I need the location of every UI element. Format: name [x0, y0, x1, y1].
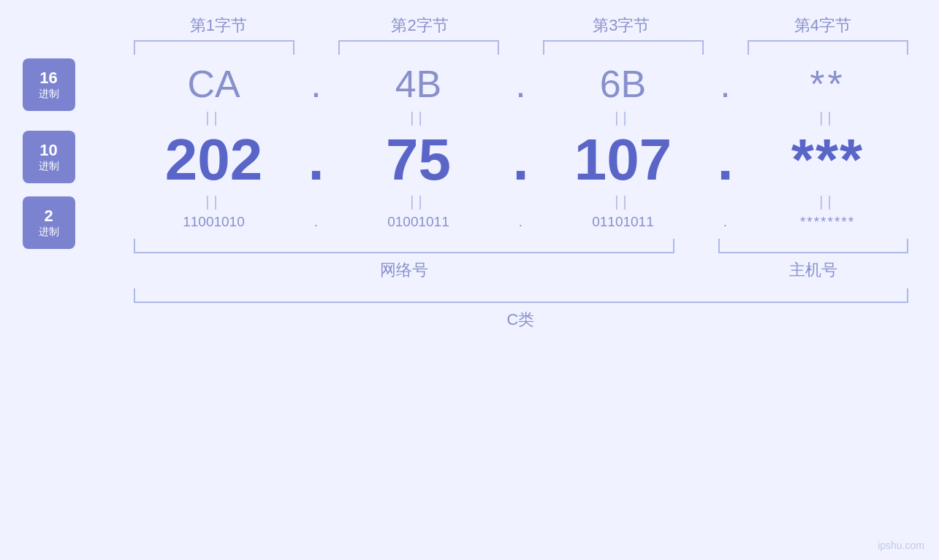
- eq1-b2: ||: [338, 110, 499, 126]
- hex-dot3: .: [704, 62, 748, 106]
- hex-b1: CA: [134, 62, 294, 106]
- dec-b3: 107: [543, 126, 704, 193]
- col1-header: 第1字节: [138, 15, 299, 37]
- net-bracket: [134, 239, 674, 253]
- eq1-b1: ||: [134, 110, 294, 126]
- bracket-col3: [543, 40, 704, 55]
- hex-badge: 16 进制: [23, 58, 75, 111]
- net-label: 网络号: [134, 259, 674, 281]
- col3-header: 第3字节: [541, 15, 702, 37]
- col2-header: 第2字节: [340, 15, 501, 37]
- bottom-brackets: 网络号 主机号: [134, 239, 908, 281]
- hex-dot1: .: [294, 62, 338, 106]
- eq2-b3: ||: [543, 193, 704, 210]
- class-label: C类: [134, 309, 908, 331]
- hex-b2: 4B: [338, 62, 499, 106]
- bin-row: 2 进制 11001010 . 01001011 . 01101011 . **…: [134, 214, 908, 230]
- eq2-b2: ||: [338, 193, 499, 210]
- class-bracket-line: [134, 288, 908, 303]
- dec-badge: 10 进制: [23, 131, 75, 183]
- dec-b2: 75: [338, 126, 499, 193]
- bin-dot1: .: [294, 214, 338, 230]
- dec-dot1: .: [294, 126, 338, 193]
- bin-badge: 2 进制: [23, 196, 75, 249]
- eq2-b1: ||: [134, 193, 294, 210]
- class-bracket: C类: [134, 288, 908, 331]
- hex-row: 16 进制 CA . 4B . 6B . **: [134, 62, 908, 106]
- bracket-col4: [748, 40, 908, 55]
- bin-b4: ********: [748, 214, 908, 230]
- bin-b2: 01001011: [338, 214, 499, 230]
- col4-header: 第4字节: [742, 15, 903, 37]
- main-container: 第1字节 第2字节 第3字节 第4字节 16 进制 CA . 4B . 6B .…: [0, 0, 939, 560]
- host-bracket: [718, 239, 908, 253]
- dec-dot2: .: [499, 126, 543, 193]
- eq-row-2: || || || ||: [134, 193, 908, 210]
- hex-b4: **: [748, 62, 908, 106]
- host-label: 主机号: [718, 259, 908, 281]
- column-headers: 第1字节 第2字节 第3字节 第4字节: [134, 15, 908, 37]
- dec-dot3: .: [704, 126, 748, 193]
- hex-dot2: .: [499, 62, 543, 106]
- bin-b3: 01101011: [543, 214, 704, 230]
- watermark: ipshu.com: [878, 540, 924, 551]
- bracket-col1: [134, 40, 294, 55]
- dec-b4: ***: [748, 126, 908, 193]
- dec-row: 10 进制 202 . 75 . 107 . ***: [134, 126, 908, 193]
- eq1-b4: ||: [748, 110, 908, 126]
- bin-dot2: .: [499, 214, 543, 230]
- hex-b3: 6B: [543, 62, 704, 106]
- eq2-b4: ||: [748, 193, 908, 210]
- bin-dot3: .: [704, 214, 748, 230]
- eq1-b3: ||: [543, 110, 704, 126]
- bracket-col2: [338, 40, 499, 55]
- bin-b1: 11001010: [134, 214, 294, 230]
- eq-row-1: || || || ||: [134, 110, 908, 126]
- dec-b1: 202: [134, 126, 294, 193]
